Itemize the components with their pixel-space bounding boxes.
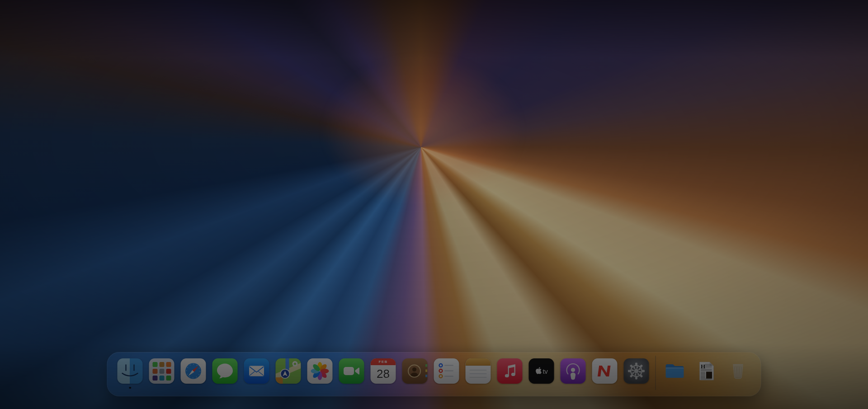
dock-item-folder[interactable] — [662, 358, 688, 384]
desktop-wallpaper — [0, 0, 868, 409]
video-camera-icon — [339, 358, 364, 384]
dock-item-trash[interactable] — [726, 358, 751, 384]
svg-text:H: H — [701, 363, 705, 370]
launchpad-icon — [149, 358, 175, 384]
dock-item-settings[interactable] — [624, 358, 649, 384]
dock-item-music[interactable] — [497, 358, 523, 384]
photos-icon — [307, 358, 333, 384]
apple-tv-logo-text: tv — [542, 367, 547, 375]
mail-icon — [244, 358, 269, 384]
news-n-logo-icon — [592, 358, 618, 384]
dock-item-news[interactable] — [592, 358, 618, 384]
dock-item-notes[interactable] — [466, 358, 491, 384]
dock-item-launchpad[interactable] — [149, 358, 175, 384]
news-icon — [592, 358, 618, 384]
dock-item-document[interactable]: H — [694, 358, 719, 384]
messages-icon — [212, 358, 238, 384]
safari-compass-icon — [181, 358, 206, 384]
wastebasket-icon — [726, 358, 751, 384]
safari-icon — [181, 358, 206, 384]
facetime-icon — [339, 358, 364, 384]
calendar-icon: FEB 28 — [371, 358, 396, 384]
dock-separator — [656, 356, 656, 390]
running-indicator-dot — [129, 387, 131, 389]
dock: FEB 28 — [107, 352, 761, 396]
notes-body — [466, 366, 491, 384]
dock-item-facetime[interactable] — [339, 358, 364, 384]
podcasts-broadcast-icon — [561, 358, 586, 384]
envelope-icon — [244, 358, 269, 384]
finder-face-icon — [118, 358, 143, 384]
blue-folder-icon — [662, 358, 688, 384]
text-document-icon: H — [694, 358, 719, 384]
dock-item-messages[interactable] — [212, 358, 238, 384]
speech-bubble-icon — [212, 358, 238, 384]
launchpad-grid — [152, 362, 171, 381]
dock-item-mail[interactable] — [244, 358, 269, 384]
podcasts-icon — [561, 358, 586, 384]
apple-tv-icon: tv — [529, 358, 554, 384]
dock-item-photos[interactable] — [307, 358, 333, 384]
notes-icon — [466, 358, 491, 384]
reminders-icon — [434, 358, 459, 384]
dock-item-reminders[interactable] — [434, 358, 459, 384]
notes-header-band — [466, 358, 491, 366]
dock-item-calendar[interactable]: FEB 28 — [371, 358, 396, 384]
trash-icon — [726, 358, 751, 384]
dock-item-maps[interactable] — [276, 358, 301, 384]
dock-item-tv[interactable]: tv — [529, 358, 554, 384]
checklist-icon — [434, 358, 459, 384]
folder-icon — [662, 358, 688, 384]
desktop: FEB 28 — [0, 0, 868, 409]
dock-item-contacts[interactable] — [402, 358, 428, 384]
dock-item-safari[interactable] — [181, 358, 206, 384]
calendar-day-label: 28 — [371, 364, 396, 384]
finder-icon — [118, 358, 143, 384]
pinwheel-flower-icon — [307, 358, 333, 384]
music-icon — [497, 358, 523, 384]
contact-book-icon — [402, 358, 428, 384]
document-icon: H — [694, 358, 719, 384]
music-note-icon — [497, 358, 523, 384]
dock-item-finder[interactable] — [118, 358, 143, 384]
contacts-icon — [402, 358, 428, 384]
apple-logo-icon — [535, 367, 542, 374]
maps-icon — [276, 358, 301, 384]
gear-icon — [624, 358, 649, 384]
system-settings-icon — [624, 358, 649, 384]
map-navigation-icon — [276, 358, 301, 384]
dock-item-podcasts[interactable] — [561, 358, 586, 384]
